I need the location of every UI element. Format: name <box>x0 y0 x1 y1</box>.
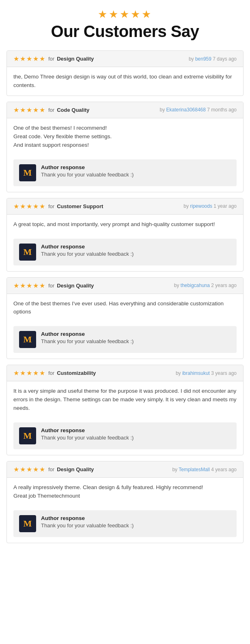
for-label: for <box>48 283 54 289</box>
for-label: for <box>48 203 54 209</box>
author-avatar: M <box>19 515 36 532</box>
author-avatar-letter: M <box>24 431 32 441</box>
review-header-right: by ben959 7 days ago <box>189 56 237 62</box>
author-response-title: Author response <box>41 164 134 170</box>
review-header-right: by ibrahimsukut 3 years ago <box>176 370 237 376</box>
for-label: for <box>48 107 54 113</box>
header-stars: ★★★★★ <box>6 8 244 21</box>
review-header-left: ★★★★★forDesign Quality <box>13 466 94 473</box>
author-avatar-letter: M <box>24 518 32 529</box>
review-header-right: by Ekaterina3068468 7 months ago <box>160 107 237 113</box>
author-avatar: M <box>19 244 36 261</box>
review-time: 2 years ago <box>211 283 237 288</box>
review-time: 1 year ago <box>213 203 237 209</box>
review-header: ★★★★★forCode Qualityby Ekaterina3068468 … <box>7 102 243 118</box>
author-response-title: Author response <box>41 515 134 521</box>
review-header: ★★★★★forCustomizabilityby ibrahimsukut 3… <box>7 365 243 381</box>
review-body-text: A really impressively theme. Clean desig… <box>7 478 243 506</box>
author-response-text: Thank you for your valuable feedback :) <box>41 435 134 441</box>
review-category: Design Quality <box>57 466 94 472</box>
author-avatar-letter: M <box>24 168 32 178</box>
review-time: 4 years ago <box>211 467 237 472</box>
page-header: ★★★★★ Our Customers Say <box>6 8 244 41</box>
author-avatar: M <box>19 164 36 181</box>
review-header-left: ★★★★★forCode Quality <box>13 106 89 114</box>
review-stars: ★★★★★ <box>13 106 46 114</box>
review-header-left: ★★★★★forDesign Quality <box>13 55 94 63</box>
review-card: ★★★★★forDesign Qualityby TemplatesMall 4… <box>6 461 244 543</box>
author-link[interactable]: thebigcahuna <box>181 283 210 288</box>
review-category: Design Quality <box>57 283 94 289</box>
author-response-text: Thank you for your valuable feedback :) <box>41 172 134 178</box>
review-card: ★★★★★forCustomizabilityby ibrahimsukut 3… <box>6 365 244 455</box>
author-avatar-letter: M <box>24 334 32 345</box>
review-time: 7 months ago <box>207 107 237 113</box>
author-response-content: Author responseThank you for your valuab… <box>41 164 134 178</box>
author-link[interactable]: ben959 <box>195 56 211 62</box>
review-card: ★★★★★forDesign Qualityby thebigcahuna 2 … <box>6 277 244 359</box>
for-label: for <box>48 56 54 62</box>
for-label: for <box>48 370 54 376</box>
author-link[interactable]: TemplatesMall <box>179 467 210 472</box>
author-response: MAuthor responseThank you for your valua… <box>13 159 237 186</box>
review-header: ★★★★★forDesign Qualityby TemplatesMall 4… <box>7 461 243 478</box>
review-header: ★★★★★forDesign Qualityby thebigcahuna 2 … <box>7 278 243 294</box>
author-response-content: Author responseThank you for your valuab… <box>41 331 134 344</box>
author-response-text: Thank you for your valuable feedback :) <box>41 522 134 529</box>
review-category: Code Quality <box>57 107 89 113</box>
author-avatar: M <box>19 427 36 444</box>
author-response-text: Thank you for your valuable feedback :) <box>41 251 134 257</box>
review-stars: ★★★★★ <box>13 466 46 473</box>
for-label: for <box>48 466 54 472</box>
review-header-left: ★★★★★forDesign Quality <box>13 282 94 289</box>
author-response-title: Author response <box>41 331 134 337</box>
review-card: ★★★★★forCode Qualityby Ekaterina3068468 … <box>6 102 244 192</box>
author-response-title: Author response <box>41 427 134 433</box>
author-response: MAuthor responseThank you for your valua… <box>13 422 237 449</box>
review-header: ★★★★★forCustomer Supportby ripewoods 1 y… <box>7 198 243 215</box>
author-link[interactable]: Ekaterina3068468 <box>166 107 206 113</box>
review-stars: ★★★★★ <box>13 202 46 210</box>
author-response-content: Author responseThank you for your valuab… <box>41 244 134 257</box>
review-header: ★★★★★forDesign Qualityby ben959 7 days a… <box>7 51 243 67</box>
review-header-left: ★★★★★forCustomer Support <box>13 202 103 210</box>
review-card: ★★★★★forCustomer Supportby ripewoods 1 y… <box>6 198 244 272</box>
author-response: MAuthor responseThank you for your valua… <box>13 510 237 537</box>
review-body-text: One of the best themes! I recommend!Grea… <box>7 118 243 155</box>
page-title: Our Customers Say <box>6 22 244 41</box>
review-category: Customizability <box>57 370 96 376</box>
review-stars: ★★★★★ <box>13 369 46 377</box>
review-stars: ★★★★★ <box>13 282 46 289</box>
author-response-content: Author responseThank you for your valuab… <box>41 515 134 529</box>
review-header-right: by thebigcahuna 2 years ago <box>174 283 237 288</box>
review-body-text: the, Demo Three design design is way out… <box>7 67 243 96</box>
page-wrapper: ★★★★★ Our Customers Say ★★★★★forDesign Q… <box>0 0 250 557</box>
review-category: Design Quality <box>57 56 94 62</box>
author-link[interactable]: ripewoods <box>190 203 212 209</box>
author-avatar-letter: M <box>24 247 32 257</box>
review-card: ★★★★★forDesign Qualityby ben959 7 days a… <box>6 50 244 96</box>
review-category: Customer Support <box>57 203 103 209</box>
review-stars: ★★★★★ <box>13 55 46 63</box>
review-header-left: ★★★★★forCustomizability <box>13 369 96 377</box>
reviews-container: ★★★★★forDesign Qualityby ben959 7 days a… <box>6 50 244 543</box>
review-body-text: A great topic, and most importantly, ver… <box>7 215 243 235</box>
review-header-right: by ripewoods 1 year ago <box>183 203 237 209</box>
review-body-text: One of the best themes I've ever used. H… <box>7 294 243 322</box>
author-response: MAuthor responseThank you for your valua… <box>13 326 237 353</box>
review-header-right: by TemplatesMall 4 years ago <box>172 467 237 472</box>
author-avatar: M <box>19 331 36 348</box>
review-body-text: It is a very simple and useful theme for… <box>7 381 243 418</box>
author-response-title: Author response <box>41 244 134 250</box>
author-response: MAuthor responseThank you for your valua… <box>13 239 237 265</box>
author-response-content: Author responseThank you for your valuab… <box>41 427 134 441</box>
review-time: 3 years ago <box>211 370 237 376</box>
author-link[interactable]: ibrahimsukut <box>182 370 210 376</box>
author-response-text: Thank you for your valuable feedback :) <box>41 338 134 344</box>
review-time: 7 days ago <box>213 56 237 62</box>
